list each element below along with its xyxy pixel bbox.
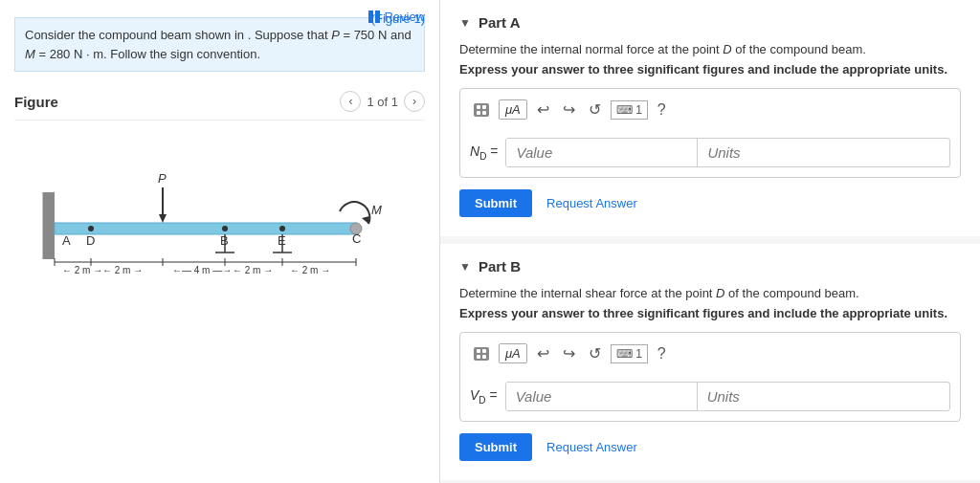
page-label: 1 of 1	[367, 95, 398, 109]
moment-M-arrowhead	[362, 216, 369, 224]
prev-figure-button[interactable]: ‹	[340, 91, 361, 112]
part-A-collapse-arrow[interactable]: ▼	[459, 16, 471, 30]
part-A-submit-button[interactable]: Submit	[459, 189, 532, 217]
part-A-section: ▼ Part A Determine the internal normal f…	[440, 0, 980, 236]
part-B-units-input[interactable]	[698, 383, 813, 410]
part-B-toolbar: μA ↩ ↪ ↺ ⌨ 1 ?	[470, 342, 950, 372]
part-A-variable-label: ND =	[470, 143, 498, 162]
figure-container: A D B E C P M ← 2 m → ← 2 m →	[14, 140, 425, 293]
force-P-arrowhead	[159, 214, 167, 223]
mu-button-B[interactable]: μA	[499, 343, 527, 363]
part-B-submit-button[interactable]: Submit	[459, 433, 532, 461]
undo-button-A[interactable]: ↩	[533, 99, 553, 121]
reset-button-A[interactable]: ↺	[585, 99, 605, 121]
beam	[55, 223, 356, 234]
matrix-button-B[interactable]	[470, 345, 493, 362]
part-B-instruction: Express your answer to three significant…	[459, 306, 961, 320]
part-A-toolbar: μA ↩ ↪ ↺ ⌨ 1 ?	[470, 99, 950, 128]
dim-4m: ←— 4 m —→	[172, 265, 232, 275]
part-B-input-wrapper	[505, 382, 950, 411]
label-P: P	[158, 171, 167, 186]
part-A-value-input[interactable]	[506, 139, 698, 166]
figure-header: Figure ‹ 1 of 1 ›	[14, 91, 425, 121]
part-A-input-wrapper	[505, 138, 950, 167]
dim-2m-2: ← 2 m →	[102, 265, 143, 275]
help-button-B[interactable]: ?	[654, 343, 670, 364]
part-B-section: ▼ Part B Determine the internal shear fo…	[440, 244, 980, 480]
figure-link[interactable]: (Figure 1)	[371, 10, 425, 29]
right-panel: ▼ Part A Determine the internal normal f…	[440, 0, 980, 483]
next-figure-button[interactable]: ›	[404, 91, 425, 112]
redo-button-B[interactable]: ↪	[559, 342, 579, 364]
part-B-answer-row: VD =	[470, 382, 950, 411]
figure-title: Figure	[14, 94, 58, 110]
part-B-request-link[interactable]: Request Answer	[546, 440, 637, 454]
point-D	[88, 226, 94, 231]
part-A-answer-row: ND =	[470, 138, 950, 167]
left-panel: Review Consider the compound beam shown …	[0, 0, 440, 483]
label-A: A	[62, 233, 71, 248]
part-B-action-row: Submit Request Answer	[459, 433, 961, 461]
part-B-answer-box: μA ↩ ↪ ↺ ⌨ 1 ? VD =	[459, 332, 961, 422]
part-B-value-input[interactable]	[506, 383, 698, 410]
matrix-icon-B	[474, 347, 489, 361]
label-M: M	[371, 203, 382, 217]
part-A-answer-box: μA ↩ ↪ ↺ ⌨ 1 ? ND =	[459, 88, 961, 178]
part-B-description: Determine the internal shear force at th…	[459, 286, 961, 300]
point-B	[222, 226, 228, 231]
problem-text: Consider the compound beam shown in (Fig…	[14, 17, 425, 72]
figure-nav: ‹ 1 of 1 ›	[340, 91, 425, 112]
help-button-A[interactable]: ?	[654, 99, 670, 121]
point-E	[279, 226, 285, 231]
matrix-icon-A	[474, 103, 489, 117]
part-B-header: ▼ Part B	[459, 258, 961, 274]
part-A-request-link[interactable]: Request Answer	[546, 196, 637, 210]
part-A-instruction: Express your answer to three significant…	[459, 62, 961, 77]
part-B-variable-label: VD =	[470, 387, 498, 406]
matrix-button-A[interactable]	[470, 101, 493, 119]
part-A-description: Determine the internal normal force at t…	[459, 42, 961, 56]
label-D: D	[86, 233, 95, 248]
problem-text-1: Consider the compound beam shown in	[25, 28, 248, 42]
dim-2m-4: ← 2 m →	[290, 265, 330, 275]
keyboard-button-A[interactable]: ⌨ 1	[611, 100, 648, 120]
dim-2m-3: ← 2 m →	[233, 265, 273, 275]
reset-button-B[interactable]: ↺	[585, 342, 605, 364]
part-A-header: ▼ Part A	[459, 14, 961, 31]
undo-button-B[interactable]: ↩	[533, 342, 553, 364]
part-A-label: Part A	[479, 14, 521, 31]
part-B-label: Part B	[479, 258, 521, 274]
label-C: C	[352, 231, 361, 246]
part-A-action-row: Submit Request Answer	[459, 189, 961, 217]
dim-2m-1: ← 2 m →	[62, 265, 102, 275]
figure-svg: A D B E C P M ← 2 m → ← 2 m →	[38, 140, 402, 293]
part-A-units-input[interactable]	[698, 139, 813, 166]
keyboard-button-B[interactable]: ⌨ 1	[611, 344, 648, 363]
part-B-collapse-arrow[interactable]: ▼	[459, 260, 471, 274]
mu-button-A[interactable]: μA	[499, 99, 527, 120]
redo-button-A[interactable]: ↪	[559, 99, 579, 121]
